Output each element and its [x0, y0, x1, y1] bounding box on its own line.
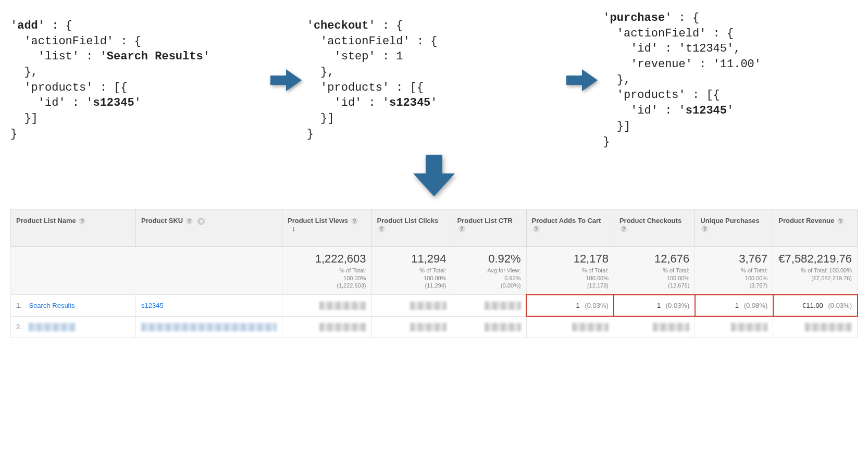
cell-clicks [371, 316, 452, 338]
cell-views [282, 316, 372, 338]
code-block-add: 'add' : { 'actionField' : { 'list' : 'Se… [10, 18, 265, 142]
summary-sub: % of Total: [619, 267, 689, 274]
summary-unique: 3,767 % of Total: 100.00% (3,767) [695, 247, 773, 295]
col-header-clicks[interactable]: Product List Clicks ? [371, 209, 452, 247]
code-key: products [31, 81, 86, 94]
code-key: actionField [327, 35, 403, 48]
help-icon[interactable]: ? [621, 226, 627, 232]
code-key-purchase: purchase [610, 11, 665, 24]
cell-name[interactable]: 1. Search Results [11, 295, 136, 317]
cell-sku[interactable]: s12345 [136, 295, 282, 317]
summary-sub: (11,294) [377, 282, 447, 289]
metric-pct: (0.08%) [744, 302, 768, 309]
col-header-label: Product Revenue [778, 217, 834, 224]
col-header-label: Product List Views [288, 217, 348, 224]
help-icon[interactable]: ? [79, 218, 85, 224]
code-val: s12345 [93, 96, 134, 109]
arrow-down-wrap [10, 155, 858, 198]
summary-sub: % of Total: [532, 267, 609, 274]
col-header-views[interactable]: Product List Views ? ↓ [282, 209, 372, 247]
cell-revenue: €11.00 (0.03%) [773, 295, 858, 317]
cell-name[interactable]: 2. [11, 316, 136, 338]
row-index: 2. [16, 323, 22, 331]
col-header-label: Product List Clicks [377, 217, 439, 224]
code-key: id [637, 42, 651, 55]
cell-ctr [452, 316, 526, 338]
help-icon[interactable]: ? [186, 218, 193, 224]
code-key: id [341, 96, 355, 109]
col-header-name[interactable]: Product List Name ? [11, 209, 136, 247]
summary-ctr: 0.92% Avg for View: 0.92% (0.00%) [452, 247, 526, 295]
help-icon[interactable]: ? [351, 218, 358, 224]
cell-adds: 1 (0.03%) [526, 295, 614, 317]
code-block-purchase: 'purchase' : { 'actionField' : { 'id' : … [603, 10, 858, 149]
col-header-label: Product Checkouts [619, 217, 681, 224]
summary-revenue: €7,582,219.76 % of Total: 100.00% (€7,58… [773, 247, 858, 295]
redacted-value [141, 323, 277, 331]
metric-pct: (0.03%) [585, 302, 609, 309]
col-header-sku[interactable]: Product SKU ? ✕ [136, 209, 282, 247]
help-icon[interactable]: ? [458, 226, 465, 232]
code-key: actionField [624, 27, 699, 40]
summary-views: 1,222,603 % of Total: 100.00% (1,222,603… [282, 247, 372, 295]
summary-sub: % of Total: 100.00% [778, 267, 852, 274]
col-header-label: Product SKU [141, 217, 183, 224]
summary-sub: 100.00% [288, 275, 366, 282]
product-sku-link[interactable]: s12345 [141, 302, 164, 309]
cell-sku[interactable] [136, 316, 282, 338]
table-header-row: Product List Name ? Product SKU ? ✕ Prod… [11, 209, 858, 247]
code-key-checkout: checkout [314, 19, 369, 32]
help-icon[interactable]: ? [533, 226, 540, 232]
redacted-value [410, 302, 447, 310]
col-header-unique[interactable]: Unique Purchases ? [695, 209, 773, 247]
code-key-add: add [17, 19, 38, 32]
redacted-value [572, 323, 609, 331]
summary-sub: (12,676) [619, 282, 689, 289]
summary-big: 1,222,603 [288, 252, 366, 266]
col-header-checkouts[interactable]: Product Checkouts ? [614, 209, 695, 247]
help-icon[interactable]: ? [378, 226, 385, 232]
table-row[interactable]: 1. Search Results s12345 1 (0.03%) 1 (0.… [11, 295, 858, 317]
code-val: 11.00 [720, 58, 754, 71]
code-block-checkout: 'checkout' : { 'actionField' : { 'step' … [307, 18, 562, 142]
col-header-label: Product List CTR [457, 217, 513, 224]
metric-pct: (0.03%) [828, 302, 852, 309]
col-header-ctr[interactable]: Product List CTR ? [452, 209, 526, 247]
sort-desc-icon[interactable]: ↓ [292, 224, 295, 233]
cell-adds [526, 316, 614, 338]
redacted-value [485, 323, 521, 331]
summary-sub: % of Total: [377, 267, 447, 274]
metric-value: 1 [657, 302, 661, 309]
cell-checkouts [614, 316, 695, 338]
code-key: id [637, 104, 651, 117]
col-header-label: Unique Purchases [700, 217, 759, 224]
summary-sub: % of Total: [288, 267, 366, 274]
summary-big: €7,582,219.76 [778, 252, 852, 266]
code-key: products [327, 81, 382, 94]
redacted-value [653, 323, 689, 331]
cell-checkouts: 1 (0.03%) [614, 295, 695, 317]
col-header-revenue[interactable]: Product Revenue ? [773, 209, 858, 247]
code-val: s12345 [686, 104, 727, 117]
summary-big: 12,178 [532, 252, 609, 266]
svg-marker-2 [413, 155, 455, 196]
help-icon[interactable]: ? [837, 218, 844, 224]
code-flow-row: 'add' : { 'actionField' : { 'list' : 'Se… [10, 10, 858, 149]
summary-sub: 0.92% [457, 275, 521, 282]
code-val: Search Results [107, 50, 203, 63]
arrow-down-icon [413, 155, 455, 196]
metric-value: 1 [576, 302, 580, 309]
summary-sub: (1,222,603) [288, 282, 366, 289]
help-icon[interactable]: ? [701, 226, 708, 232]
summary-row: 1,222,603 % of Total: 100.00% (1,222,603… [11, 247, 858, 295]
table-row[interactable]: 2. [11, 316, 858, 338]
summary-adds: 12,178 % of Total: 100.00% (12,178) [526, 247, 614, 295]
row-index: 1. [16, 302, 22, 309]
product-list-name-link[interactable]: Search Results [29, 302, 75, 309]
remove-dimension-icon[interactable]: ✕ [197, 218, 205, 225]
summary-clicks: 11,294 % of Total: 100.00% (11,294) [371, 247, 452, 295]
col-header-label: Product List Name [16, 217, 76, 224]
col-header-adds[interactable]: Product Adds To Cart ? [526, 209, 614, 247]
redacted-value [485, 302, 521, 310]
redacted-value [410, 323, 447, 331]
